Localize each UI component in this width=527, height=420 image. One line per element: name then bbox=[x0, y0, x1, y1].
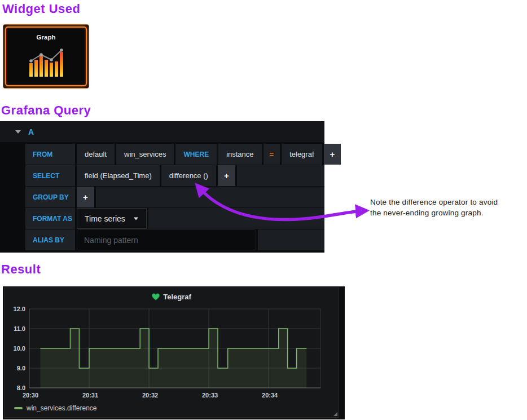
graph-widget-card[interactable]: Graph bbox=[3, 24, 89, 89]
group-by-label: GROUP BY bbox=[25, 187, 75, 207]
from-measurement-button[interactable]: win_services bbox=[116, 144, 174, 165]
query-row-alias-by: ALIAS BY bbox=[0, 229, 324, 250]
legend-series-swatch bbox=[14, 407, 23, 409]
annotation-line-1: Note the difference operator to avoid bbox=[370, 197, 527, 208]
result-panel-frame: Telegraf 8.09.010.011.012.020:3020:3120:… bbox=[3, 286, 345, 419]
dropdown-caret-icon bbox=[134, 217, 138, 220]
query-row-header[interactable]: A bbox=[0, 121, 324, 142]
section-title-result: Result bbox=[1, 262, 41, 277]
annotation-arrow bbox=[191, 179, 372, 229]
svg-text:20:32: 20:32 bbox=[142, 392, 158, 399]
format-as-selected-value: Time series bbox=[85, 214, 125, 223]
format-as-dropdown[interactable]: Time series bbox=[77, 208, 147, 229]
graph-panel: Telegraf 8.09.010.011.012.020:3020:3120:… bbox=[4, 288, 339, 418]
select-label: SELECT bbox=[25, 165, 75, 186]
query-ref-letter: A bbox=[28, 127, 34, 136]
section-title-grafana-query: Grafana Query bbox=[1, 103, 91, 118]
collapse-caret-icon[interactable] bbox=[15, 130, 21, 134]
row-filler bbox=[258, 229, 324, 250]
format-as-label: FORMAT AS bbox=[25, 208, 75, 229]
widget-card-label: Graph bbox=[3, 34, 89, 41]
legend-series-label: win_services.difference bbox=[27, 404, 97, 412]
svg-text:12.0: 12.0 bbox=[14, 306, 25, 312]
svg-text:10.0: 10.0 bbox=[14, 345, 25, 352]
select-field-button[interactable]: field (Elapsed_Time) bbox=[77, 165, 160, 186]
where-operator-button[interactable]: = bbox=[264, 144, 280, 165]
svg-text:9.0: 9.0 bbox=[17, 365, 25, 372]
svg-text:20:34: 20:34 bbox=[262, 392, 278, 399]
result-chart: 8.09.010.011.012.020:3020:3120:3220:3320… bbox=[5, 288, 339, 401]
svg-text:8.0: 8.0 bbox=[17, 384, 25, 391]
add-group-by-button[interactable]: + bbox=[77, 187, 94, 207]
legend-item[interactable]: win_services.difference bbox=[14, 404, 97, 412]
from-label: FROM bbox=[25, 144, 75, 165]
alias-by-label: ALIAS BY bbox=[25, 229, 75, 250]
svg-text:20:31: 20:31 bbox=[82, 392, 98, 399]
graph-widget-icon bbox=[28, 46, 65, 78]
annotation-line-2: the never-ending growing graph. bbox=[370, 208, 527, 219]
from-datasource-button[interactable]: default bbox=[77, 144, 115, 165]
where-value-button[interactable]: telegraf bbox=[282, 144, 322, 165]
query-row-from: FROM default win_services WHERE instance… bbox=[0, 144, 324, 165]
where-keyword[interactable]: WHERE bbox=[175, 144, 217, 165]
svg-text:20:30: 20:30 bbox=[23, 392, 38, 399]
panel-resize-handle[interactable] bbox=[333, 412, 337, 416]
where-tag-button[interactable]: instance bbox=[218, 144, 261, 165]
annotation-note: Note the difference operator to avoid th… bbox=[370, 197, 527, 219]
alias-by-input[interactable] bbox=[77, 229, 256, 250]
add-condition-button[interactable]: + bbox=[324, 144, 341, 165]
svg-text:20:33: 20:33 bbox=[202, 392, 218, 399]
svg-text:11.0: 11.0 bbox=[14, 325, 25, 332]
section-title-widget-used: Widget Used bbox=[2, 2, 81, 16]
